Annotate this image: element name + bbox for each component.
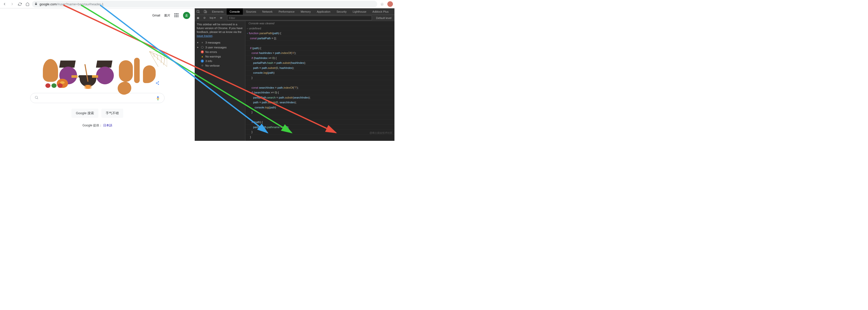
feeling-lucky-button[interactable]: 手气不错 — [101, 109, 123, 118]
tab-application[interactable]: Application — [314, 8, 334, 15]
tab-console[interactable]: Console — [227, 8, 243, 15]
account-avatar[interactable]: 走 — [183, 12, 190, 19]
svg-rect-5 — [204, 10, 206, 13]
sidebar-info[interactable]: i3 info — [197, 59, 243, 63]
spider-web-icon — [149, 51, 167, 67]
url-text: google.com/#user?name=baozou#header-1 — [39, 2, 104, 6]
svg-point-2 — [158, 84, 159, 85]
live-expression-icon[interactable]: 👁 — [219, 16, 224, 20]
svg-point-1 — [156, 82, 157, 83]
sidebar-verbose[interactable]: ⚙No verbose — [197, 63, 243, 68]
images-link[interactable]: 图片 — [164, 13, 170, 18]
sidebar-warnings[interactable]: ▲No warnings — [197, 54, 243, 59]
tab-elements[interactable]: Elements — [209, 8, 227, 15]
clear-console-icon[interactable]: ⊘ — [202, 16, 207, 20]
svg-point-0 — [158, 81, 159, 82]
tab-network[interactable]: Network — [259, 8, 276, 15]
back-button[interactable] — [2, 1, 8, 7]
tab-security[interactable]: Security — [333, 8, 349, 15]
bookmark-star-icon[interactable]: ☆ — [380, 2, 384, 7]
sidebar-notice: This sidebar will be removed in a future… — [197, 23, 243, 37]
google-apps-icon[interactable] — [175, 13, 179, 18]
svg-point-3 — [35, 96, 37, 99]
devtools-tabs: Elements Console Sources Network Perform… — [195, 8, 395, 15]
tab-sources[interactable]: Sources — [243, 8, 259, 15]
sidebar-user-messages[interactable]: ▸3 user messages — [197, 45, 243, 49]
profile-avatar[interactable] — [388, 1, 393, 7]
search-icon — [34, 96, 38, 101]
sidebar-errors[interactable]: ✕No errors — [197, 49, 243, 54]
search-box[interactable] — [30, 93, 164, 103]
log-level-selector[interactable]: Default level — [374, 16, 394, 20]
watermark: @稀土掘金技术社区 — [370, 131, 393, 135]
context-selector[interactable]: top ▾ — [209, 16, 217, 20]
google-topbar: Gmail 图片 走 — [152, 12, 190, 19]
tab-lighthouse[interactable]: Lighthouse — [349, 8, 369, 15]
tab-memory[interactable]: Memory — [298, 8, 314, 15]
forward-button[interactable] — [9, 1, 15, 7]
address-bar[interactable]: google.com/#user?name=baozou#header-1 — [32, 1, 377, 7]
toggle-sidebar-icon[interactable]: ▣ — [196, 16, 200, 20]
console-toolbar: ▣ ⊘ top ▾ 👁 Default level — [195, 15, 395, 21]
share-icon[interactable] — [155, 81, 159, 86]
tab-performance[interactable]: Performance — [276, 8, 298, 15]
console-filter-input[interactable] — [227, 16, 372, 20]
language-offer: Google 提供： 日本語 — [0, 123, 195, 128]
gmail-link[interactable]: Gmail — [152, 14, 160, 17]
reload-button[interactable] — [17, 1, 23, 7]
console-output[interactable]: Console was cleared ‹undefined ›function… — [245, 21, 395, 141]
language-link[interactable]: 日本語 — [103, 124, 112, 127]
google-search-button[interactable]: Google 搜索 — [71, 109, 98, 118]
devtools-panel: Elements Console Sources Network Perform… — [195, 8, 395, 141]
inspect-element-icon[interactable] — [195, 8, 202, 15]
lock-icon — [34, 2, 37, 6]
home-button[interactable] — [24, 1, 30, 7]
search-input[interactable] — [41, 96, 153, 100]
svg-rect-6 — [206, 11, 207, 13]
console-sidebar: This sidebar will be removed in a future… — [195, 21, 245, 141]
google-doodle[interactable] — [43, 44, 152, 87]
issue-tracker-link[interactable]: issue tracker — [197, 34, 212, 37]
sidebar-messages[interactable]: ▸≡3 messages — [197, 40, 243, 45]
browser-toolbar: google.com/#user?name=baozou#header-1 ☆ — [0, 0, 395, 8]
google-page: Gmail 图片 走 — [0, 8, 195, 141]
voice-search-icon[interactable] — [156, 95, 160, 101]
device-toggle-icon[interactable] — [202, 8, 209, 15]
tab-adblock[interactable]: Adblock Plus — [369, 8, 392, 15]
